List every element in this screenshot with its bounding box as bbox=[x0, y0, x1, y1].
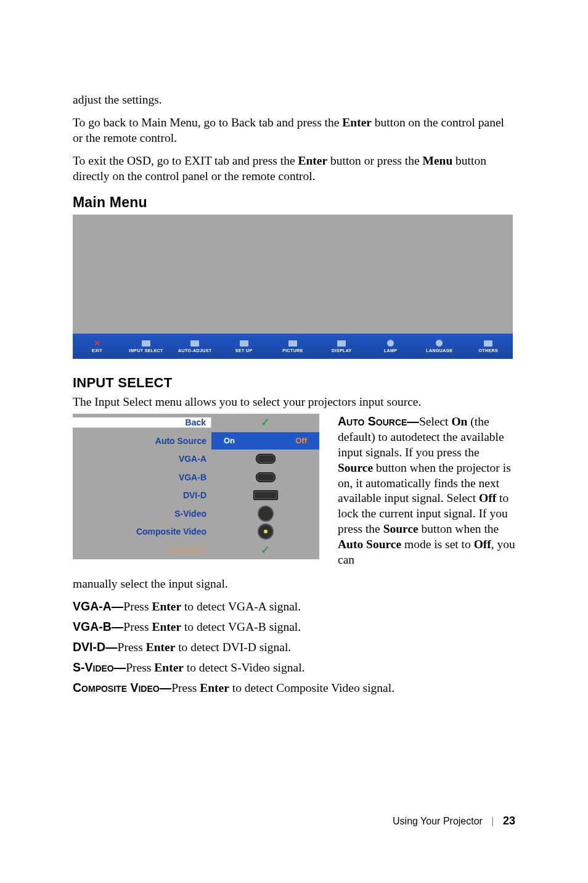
text: Press bbox=[118, 641, 146, 654]
source-word: Source bbox=[383, 522, 419, 535]
enter-label: Enter bbox=[342, 116, 372, 129]
item-label: VGA-B— bbox=[73, 620, 123, 633]
enter-label: Enter bbox=[298, 154, 327, 167]
others-icon bbox=[484, 340, 492, 347]
tab-exit[interactable]: ✕EXIT bbox=[73, 334, 121, 359]
tab-display[interactable]: DISPLAY bbox=[317, 334, 366, 359]
vga-port-icon bbox=[256, 472, 276, 482]
text: to detect VGA-A signal. bbox=[181, 600, 301, 613]
menu-label: VGA-A bbox=[73, 454, 211, 464]
menu-label: S-Video bbox=[73, 509, 211, 519]
footer-separator: | bbox=[491, 816, 494, 826]
menu-label: VGA-B bbox=[73, 472, 211, 482]
tab-label: INPUT SELECT bbox=[129, 348, 163, 353]
tab-label: LAMP bbox=[384, 348, 397, 353]
item-label: S-Video— bbox=[73, 660, 126, 674]
body-line: To exit the OSD, go to EXIT tab and pres… bbox=[73, 154, 515, 184]
menu-label: Composite Video bbox=[73, 527, 211, 536]
text: To go back to Main Menu, go to Back tab … bbox=[73, 116, 342, 129]
text: to detect DVI-D signal. bbox=[175, 641, 291, 654]
text: button or press the bbox=[327, 154, 422, 167]
auto-adjust-icon bbox=[190, 340, 199, 347]
page-footer: Using Your Projector | 23 bbox=[393, 815, 515, 828]
auto-source-description: Auto Source—Select On (the default) to a… bbox=[338, 414, 515, 569]
item-composite: Composite Video—Press Enter to detect Co… bbox=[73, 681, 515, 695]
tab-language[interactable]: LANGUAGE bbox=[415, 334, 463, 359]
heading-input-select: INPUT SELECT bbox=[73, 375, 515, 391]
text: to detect VGA-B signal. bbox=[181, 620, 301, 633]
dvi-port-icon bbox=[253, 490, 278, 500]
language-icon bbox=[436, 340, 443, 347]
text: Press bbox=[126, 661, 154, 674]
auto-source-word: Auto Source bbox=[338, 538, 401, 551]
tab-auto-adjust[interactable]: AUTO-ADJUST bbox=[171, 334, 219, 359]
tab-others[interactable]: OTHERS bbox=[464, 334, 513, 359]
item-vga-b: VGA-B—Press Enter to detect VGA-B signal… bbox=[73, 620, 515, 634]
definition-list: VGA-A—Press Enter to detect VGA-A signal… bbox=[73, 599, 515, 695]
menu-label: Exit Menu bbox=[73, 545, 211, 555]
tab-label: PICTURE bbox=[282, 348, 303, 353]
tab-label: DISPLAY bbox=[332, 348, 352, 353]
menu-item-vga-a[interactable]: VGA-A bbox=[73, 450, 319, 469]
tab-input-select[interactable]: INPUT SELECT bbox=[121, 334, 170, 359]
heading-main-menu: Main Menu bbox=[73, 194, 515, 211]
enter-word: Enter bbox=[200, 681, 229, 694]
text: Press bbox=[123, 620, 152, 633]
off-word: Off bbox=[479, 491, 496, 504]
check-icon: ✓ bbox=[261, 543, 270, 557]
enter-word: Enter bbox=[154, 661, 184, 674]
tab-picture[interactable]: PICTURE bbox=[268, 334, 317, 359]
enter-word: Enter bbox=[146, 641, 176, 654]
menu-label: Auto Source bbox=[73, 436, 211, 446]
off-option: Off bbox=[295, 436, 307, 445]
auto-source-toggle[interactable]: OnOff bbox=[211, 432, 319, 450]
menu-label: DVI-D bbox=[73, 490, 211, 500]
display-icon bbox=[337, 340, 346, 347]
text: to detect Composite Video signal. bbox=[229, 681, 394, 694]
text: Press bbox=[123, 600, 152, 613]
picture-icon bbox=[288, 340, 297, 347]
item-vga-a: VGA-A—Press Enter to detect VGA-A signal… bbox=[73, 599, 515, 614]
tab-label: LANGUAGE bbox=[426, 348, 452, 353]
tab-lamp[interactable]: LAMP bbox=[366, 334, 415, 359]
menu-item-s-video[interactable]: S-Video bbox=[73, 504, 319, 523]
tab-label: OTHERS bbox=[479, 348, 499, 353]
menu-label: Menu bbox=[422, 154, 452, 167]
text: to detect S-Video signal. bbox=[184, 661, 305, 674]
text: Press bbox=[171, 681, 200, 694]
source-word: Source bbox=[338, 461, 373, 474]
text: To exit the OSD, go to EXIT tab and pres… bbox=[73, 154, 298, 167]
on-word: On bbox=[451, 415, 467, 428]
input-select-screenshot: Back ✓ Auto Source OnOff VGA-A VGA-B DVI… bbox=[73, 414, 319, 559]
lamp-icon bbox=[387, 340, 394, 347]
close-icon: ✕ bbox=[92, 340, 102, 347]
body-line: adjust the settings. bbox=[73, 92, 515, 108]
continue-text: manually select the input signal. bbox=[73, 577, 515, 592]
text: Select bbox=[419, 415, 452, 428]
page-number: 23 bbox=[503, 815, 515, 827]
vga-port-icon bbox=[256, 454, 276, 464]
tab-setup[interactable]: SET UP bbox=[219, 334, 268, 359]
menu-label: Back bbox=[73, 417, 211, 428]
item-label: VGA-A— bbox=[73, 599, 123, 613]
tab-label: AUTO-ADJUST bbox=[178, 348, 211, 353]
menu-item-dvi-d[interactable]: DVI-D bbox=[73, 487, 319, 505]
main-menu-tabbar: ✕EXIT INPUT SELECT AUTO-ADJUST SET UP PI… bbox=[73, 334, 513, 359]
menu-item-auto-source[interactable]: Auto Source OnOff bbox=[73, 432, 319, 450]
input-select-intro: The Input Select menu allows you to sele… bbox=[73, 395, 515, 410]
enter-word: Enter bbox=[152, 600, 181, 613]
body-line: To go back to Main Menu, go to Back tab … bbox=[73, 115, 515, 146]
item-s-video: S-Video—Press Enter to detect S-Video si… bbox=[73, 660, 515, 675]
footer-section: Using Your Projector bbox=[393, 816, 483, 826]
on-option: On bbox=[224, 436, 235, 445]
menu-item-composite[interactable]: Composite Video bbox=[73, 523, 319, 541]
off-word: Off bbox=[474, 538, 491, 551]
composite-port-icon bbox=[258, 524, 274, 540]
item-dvi-d: DVI-D—Press Enter to detect DVI-D signal… bbox=[73, 640, 515, 654]
tab-label: EXIT bbox=[92, 348, 102, 353]
menu-item-vga-b[interactable]: VGA-B bbox=[73, 468, 319, 487]
input-select-icon bbox=[142, 340, 150, 347]
menu-item-back[interactable]: Back ✓ bbox=[73, 414, 319, 432]
desc-label: Auto Source— bbox=[338, 414, 419, 428]
menu-item-exit[interactable]: Exit Menu ✓ bbox=[73, 541, 319, 559]
